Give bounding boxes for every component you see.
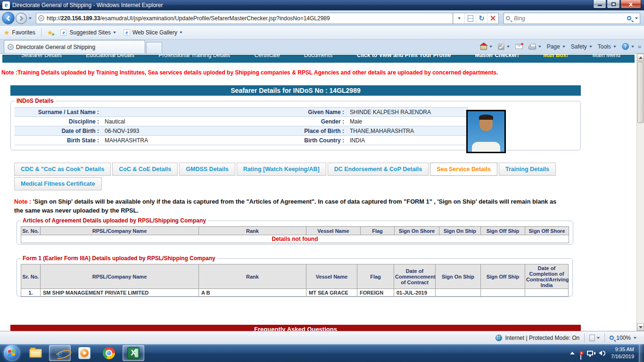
start-button[interactable] [4, 345, 20, 361]
table-cell [481, 289, 525, 297]
taskbar-clock[interactable]: 9:35 AM 7/16/2019 [611, 346, 634, 360]
new-tab-button[interactable] [146, 42, 162, 53]
column-header: Vessel Name [306, 227, 361, 235]
indos-row: Date of Birth :06-NOV-1993Place of Birth… [15, 126, 468, 136]
table-cell [436, 289, 481, 297]
web-slice-gallery-caret-icon [180, 32, 182, 33]
column-header: Date of Commencement of Contract [394, 264, 436, 289]
compatibility-view-button[interactable] [464, 13, 476, 24]
detail-tab[interactable]: Medical Fitness Certificate [14, 177, 102, 190]
site-nav-item[interactable]: Seafarer Details [21, 55, 62, 63]
taskbar-media-player-button[interactable] [74, 345, 95, 361]
taskbar-chrome-button[interactable] [98, 345, 120, 361]
field-value: SHINDE KALPESH RAJENDRA [347, 107, 468, 117]
refresh-button[interactable]: ↻ [476, 13, 487, 24]
column-header: Rank [199, 227, 306, 235]
feeds-button[interactable] [495, 41, 512, 52]
address-bar-input[interactable]: http://220.156.189.33/esamudraUI/jsp/exa… [36, 13, 453, 24]
site-nav-item[interactable]: Professional Training Details [158, 55, 230, 63]
photo-shirt [472, 142, 500, 152]
web-slice-gallery-label: Web Slice Gallery [132, 29, 177, 36]
compatibility-status-button[interactable] [585, 335, 604, 341]
show-hidden-icons-button[interactable] [570, 352, 575, 354]
tools-menu-button[interactable]: Tools [595, 41, 619, 52]
taskbar-excel-button[interactable]: X [123, 345, 144, 361]
photo-head [479, 115, 493, 131]
site-nav-item[interactable]: Certificate [255, 55, 280, 63]
safety-caret-icon [589, 46, 592, 48]
site-nav-item[interactable]: Educational Details [86, 55, 134, 63]
forward-button[interactable] [16, 13, 27, 24]
column-header: RPSL/Company Name [41, 264, 199, 289]
search-box[interactable] [504, 13, 640, 24]
zone-text: Internet | Protected Mode: On [505, 335, 579, 341]
favorites-button[interactable]: ★ Favorites [0, 27, 39, 38]
close-button[interactable]: x [620, 0, 641, 8]
detail-tab[interactable]: Rating [Watch Keeping/AB] [237, 163, 326, 176]
site-nav-item[interactable]: Master Checker! [475, 55, 519, 63]
internet-zone-icon [495, 335, 502, 341]
help-button[interactable]: ? [619, 41, 637, 52]
restore-button[interactable] [607, 0, 620, 8]
site-nav-item[interactable]: Mail Box! [543, 55, 568, 63]
scroll-down-button[interactable] [637, 323, 644, 331]
detail-tab[interactable]: CoC & CoE Details [112, 163, 178, 176]
stop-icon: × [489, 15, 496, 22]
detail-tab[interactable]: GMDSS Details [179, 163, 235, 176]
favorites-bar: ★ Favorites ★ e Suggested Sites e Web Sl… [0, 26, 644, 40]
search-go-icon[interactable] [627, 16, 631, 20]
browser-tab[interactable]: Directorate General of Shipping [4, 40, 145, 53]
detail-tab[interactable]: CDC & "CoC as Cook" Details [14, 163, 111, 176]
restore-icon [611, 2, 616, 6]
table-cell [525, 289, 569, 297]
taskbar-explorer-button[interactable] [25, 345, 46, 361]
page-menu-label: Page [547, 43, 560, 50]
url-dropdown-button[interactable] [453, 13, 464, 24]
site-nav-item[interactable]: Documents [304, 55, 333, 63]
scroll-up-button[interactable] [637, 54, 644, 61]
folder-icon [29, 349, 42, 358]
favorites-label: Favorites [12, 29, 35, 36]
minimize-button[interactable] [593, 0, 606, 8]
faq-bar[interactable]: Frequently Asked Questions [10, 325, 581, 331]
web-slice-gallery-button[interactable]: e Web Slice Gallery [120, 27, 186, 38]
detail-tab[interactable]: Training Details [499, 163, 556, 176]
overflow-chevron-icon[interactable]: » [637, 43, 642, 50]
site-nav-item[interactable]: Main Menu [593, 55, 620, 63]
search-input[interactable] [513, 15, 627, 22]
add-favorite-button[interactable]: ★ [43, 27, 57, 38]
volume-icon[interactable] [599, 351, 605, 356]
search-options-caret-icon[interactable] [635, 17, 638, 19]
scrollbar-thumb[interactable] [637, 62, 644, 123]
url-path: /esamudraUI/jsp/examination/UpdateProfil… [100, 15, 330, 22]
tab-title: Directorate General of Shipping [16, 44, 95, 50]
print-button[interactable] [526, 41, 544, 52]
home-button[interactable] [478, 41, 495, 52]
network-icon[interactable] [587, 351, 593, 355]
column-header: Rank [199, 264, 306, 289]
page-menu-button[interactable]: Page [544, 41, 568, 52]
protected-page-icon [589, 335, 595, 341]
field-label: Place of Birth : [297, 126, 347, 136]
recent-pages-caret-icon[interactable] [29, 17, 32, 19]
suggested-sites-button[interactable]: e Suggested Sites [57, 27, 119, 38]
system-tray: x 9:35 AM 7/16/2019 [570, 344, 644, 362]
seafarer-photo [466, 110, 506, 153]
help-caret-icon [631, 46, 634, 48]
indos-details-legend: INDoS Details [15, 98, 56, 104]
detail-tab[interactable]: DC Endorsement & CoP Details [328, 163, 429, 176]
read-mail-button[interactable] [512, 41, 526, 52]
column-header: Sign Off Ship [481, 227, 525, 235]
taskbar-ie-button[interactable]: e [49, 345, 71, 361]
zoom-control[interactable]: 100% [605, 335, 641, 341]
show-desktop-button[interactable] [639, 344, 644, 362]
safety-menu-button[interactable]: Safety [568, 41, 595, 52]
stop-button[interactable]: × [487, 13, 498, 24]
indos-details-table: Surname / Last Name :Given Name :SHINDE … [15, 107, 468, 145]
site-nav-item[interactable]: Click to View and Print Your Profile [357, 55, 451, 63]
form1-table: Sr. No.RPSL/Company NameRankVessel NameF… [21, 264, 569, 297]
detail-tab[interactable]: Sea Service Details [430, 163, 497, 176]
page-scrollbar[interactable] [636, 54, 644, 331]
back-button[interactable] [2, 12, 15, 25]
table-cell: 01-JUL-2019 [394, 289, 436, 297]
